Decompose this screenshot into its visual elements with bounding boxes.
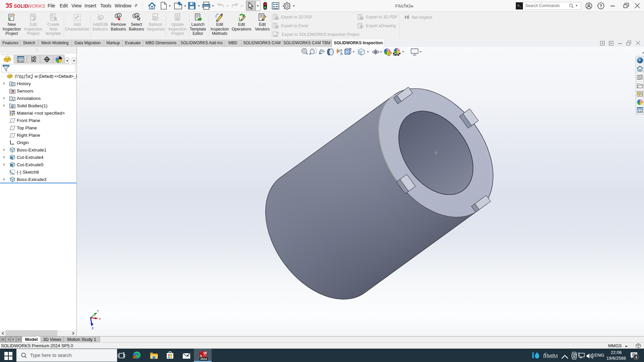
svg-text:1: 1 [116, 14, 118, 18]
svg-text:A: A [11, 97, 14, 101]
svg-text:e: e [361, 25, 362, 28]
svg-text:1: 1 [99, 17, 101, 20]
svg-text:1: 1 [134, 14, 136, 18]
svg-text:Z: Z [92, 326, 94, 330]
svg-text:X: X [276, 26, 278, 28]
svg-text:1: 1 [118, 14, 120, 17]
svg-text:A: A [340, 51, 343, 56]
svg-text:Y: Y [97, 309, 99, 313]
svg-text:WORKS: WORKS [28, 3, 46, 9]
svg-text:1: 1 [154, 17, 155, 19]
svg-text:2024: 2024 [200, 357, 207, 361]
svg-text:w: w [410, 4, 413, 8]
svg-text:X: X [99, 317, 101, 320]
svg-text:3D: 3D [360, 17, 363, 19]
svg-text:SOLID: SOLID [14, 3, 28, 9]
svg-text:PDF: PDF [275, 17, 279, 19]
svg-text:1: 1 [101, 16, 102, 19]
svg-text:?: ? [600, 4, 602, 8]
svg-text:2: 2 [156, 18, 157, 20]
svg-text:W: W [204, 351, 207, 355]
